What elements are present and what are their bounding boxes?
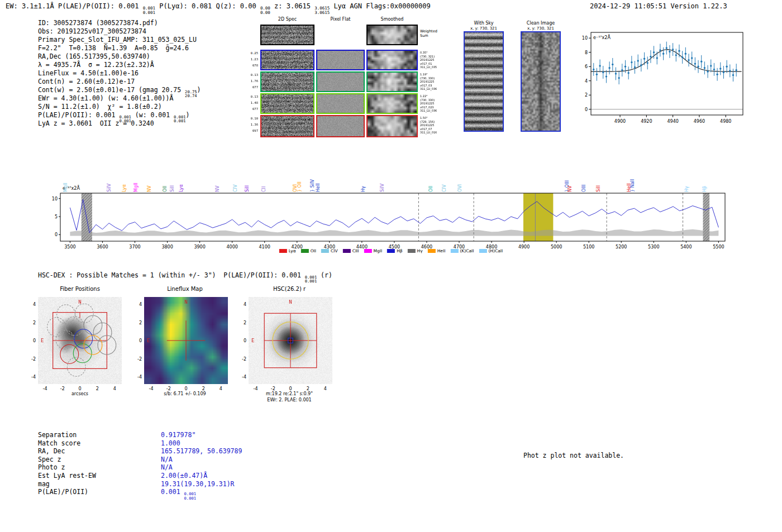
spec2d-cell — [366, 93, 418, 114]
hsc-caption-ewr-plae: EWr: 2. PLAE: 0.001 — [267, 397, 311, 402]
cutout-ytick-label: 4 — [236, 302, 246, 307]
svg-text:3500: 3500 — [64, 245, 75, 250]
fiber-positions-overlay: NE — [38, 297, 122, 384]
emission-line-label: SiIV — [380, 184, 385, 192]
spec2d-row-fiber-label: (730, 330) — [420, 98, 435, 102]
svg-text:5400: 5400 — [680, 245, 692, 250]
spec2d-row-fiber-label: 20191225 — [420, 123, 434, 127]
spec2d-row-weight-label: 1.76 — [246, 78, 258, 84]
spec2d-cell-canvas — [317, 73, 364, 91]
match-table-label: P(LAE)/P(OII) — [38, 488, 88, 496]
spec2d-cell-canvas — [261, 73, 313, 91]
emission-line-label: } SiIV — [310, 179, 315, 192]
fiber-xlabel: arcsecs — [71, 391, 88, 396]
cutout-xtick-label: -4 — [254, 386, 258, 391]
header-timestamp-version: 2024-12-29 11:05:51 Version 1.22.3 — [590, 2, 727, 10]
clean-image-xy: x, y: 730, 321 — [527, 26, 554, 31]
emission-line-label: MgII — [63, 183, 68, 192]
spec2d-row-weight-label: 097 — [246, 128, 258, 134]
svg-text:5300: 5300 — [648, 245, 659, 250]
spec2d-row-fiber-label: v017_023 — [420, 106, 434, 109]
spec2d-cell — [366, 25, 418, 45]
cutout-ytick-label: 0 — [236, 338, 246, 343]
match-table-value: 2.00(±0.47)Å — [161, 472, 207, 480]
spec2d-cell — [366, 50, 418, 70]
cutout-ytick-label: 2 — [236, 320, 246, 325]
hsc-r-overlay: NE — [249, 297, 332, 384]
with-sky-panel-canvas — [465, 32, 503, 131]
legend-item: HeII — [428, 248, 446, 253]
spec2d-row-weight-label: 077 — [246, 84, 258, 90]
spec2d-row-weight-label: 1.48 — [246, 100, 258, 106]
spec2d-row-fiber-label: (730, 321) — [420, 55, 435, 59]
spec2d-row-fiber-label: (729, 156) — [420, 120, 435, 124]
svg-text:4900: 4900 — [614, 119, 626, 124]
emission-line-label: NV — [568, 186, 573, 192]
fiber-positions-title: Fiber Positions — [60, 286, 100, 292]
spec2d-row-fiber-label: Sum — [420, 33, 428, 38]
spec2d-cell — [260, 93, 314, 114]
svg-text:5100: 5100 — [583, 245, 594, 250]
legend-item: Lyα — [279, 248, 296, 253]
spec2d-row-fiber-label: 311_LU_036 — [420, 87, 437, 91]
cutout-ytick-label: 0 — [26, 338, 36, 343]
svg-text:e⁻¹⁷x2Å: e⁻¹⁷x2Å — [593, 34, 611, 40]
spec2d-row-weight-label: 077 — [246, 106, 258, 112]
spec2d-row-weight-label: 078 — [246, 63, 258, 69]
emission-line-label: } NaII — [630, 179, 635, 192]
legend-swatch — [321, 249, 329, 253]
emission-line-label: SiII — [596, 185, 601, 192]
spec2d-cell-canvas — [261, 94, 313, 113]
spec2d-cell-canvas — [317, 51, 364, 69]
legend-label: HeII — [437, 248, 446, 253]
legend-item: CIII — [343, 248, 359, 253]
spec2d-cell-canvas — [317, 94, 364, 113]
spec2d-cell — [260, 115, 314, 137]
svg-text:4100: 4100 — [259, 245, 270, 250]
spec2d-row-fiber-label: 311_LU_035 — [420, 65, 437, 69]
emission-line-label: Lyα — [122, 184, 127, 192]
info-line: F=2.2" T=0.138 N̄=1.39 A=0.85 ḡ=24.6 — [38, 44, 189, 52]
match-table-label: mag — [38, 480, 50, 488]
spec2d-cell-canvas — [368, 94, 417, 113]
legend-label: CIII — [352, 248, 359, 253]
emission-line-label: SiII — [245, 185, 250, 192]
spec2d-row-fiber-label: Weighted — [420, 29, 437, 33]
info-line: LyA z = 3.0601 OII z = 0.3240 — [38, 119, 154, 128]
spec2d-row-fiber-label: 20191225 — [420, 58, 434, 62]
svg-text:4960: 4960 — [694, 119, 705, 124]
match-table-value: 1.000 — [161, 439, 180, 448]
emission-line-label: Hγ — [361, 186, 366, 192]
spec2d-cell-canvas — [261, 116, 313, 136]
svg-text:0: 0 — [55, 232, 58, 237]
spec2d-row-weight-label: 0.10 — [246, 116, 258, 122]
info-line: λ = 4935.7Å σ = 12.23(±2.32)Å — [38, 61, 154, 69]
match-table-label: Photo z — [38, 463, 65, 472]
emission-line-label: SiIV — [107, 184, 112, 192]
clean-image-panel-canvas — [522, 32, 560, 131]
spec2d-cell — [366, 71, 418, 92]
spec2d-cell — [260, 50, 314, 70]
svg-text:4940: 4940 — [667, 119, 678, 124]
cutout-ytick-label: -2 — [26, 357, 36, 362]
spec2d-row-fiber-label: (730, 330) — [420, 76, 435, 80]
match-table-value: 0.001 0.0010.001 — [161, 488, 196, 500]
legend-swatch — [408, 249, 416, 253]
legend-swatch — [450, 249, 458, 253]
spec2d-col-header: Pixel Flat — [331, 17, 351, 22]
info-line: Obs: 20191225v017_3005273874 — [38, 27, 146, 36]
photz-note: Phot z plot not available. — [523, 452, 624, 460]
svg-text:4: 4 — [585, 79, 588, 84]
spec2d-cell-canvas — [261, 51, 313, 69]
with-sky-xy: x, y: 730, 321 — [470, 26, 497, 31]
hsc-r-title: HSC(26.2) r — [273, 286, 306, 292]
cutout-xtick-label: 0 — [184, 386, 187, 391]
spec2d-cell-canvas — [368, 73, 417, 91]
emission-line-label: MgII — [133, 183, 139, 192]
emission-line-label: CIV — [233, 185, 238, 192]
svg-text:6: 6 — [585, 64, 588, 69]
cutout-ytick-label: 4 — [26, 302, 36, 307]
info-line: Cont(n) = 2.60(±0.12)e-17 — [38, 78, 135, 86]
spec2d-row-weight-label: 0.13 — [246, 72, 258, 78]
elixer-report-page: EW: 3.1±1.1Å P(LAE)/P(OII): 0.001 0.0010… — [0, 0, 782, 532]
